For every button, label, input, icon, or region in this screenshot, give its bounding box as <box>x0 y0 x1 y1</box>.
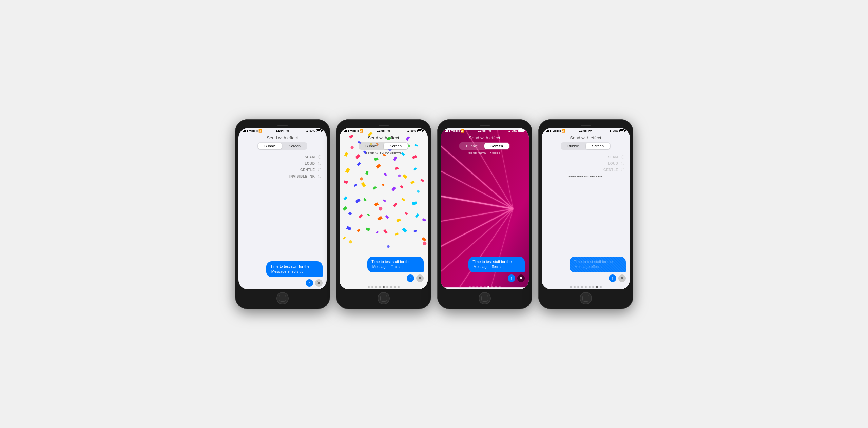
effect-header-2: Send with effect Bubble Screen <box>340 133 428 151</box>
status-bar-4: Visible 📶 12:55 PM ▲ 85% <box>542 128 630 133</box>
dot-8-3 <box>495 286 497 288</box>
dot-4-4 <box>581 286 583 288</box>
invisibleink-label-1: INVISIBLE INK <box>289 175 315 178</box>
speaker-1 <box>277 125 288 126</box>
cancel-button-1[interactable]: ✕ <box>315 279 323 287</box>
gentle-label-4: GENTLE <box>603 168 618 172</box>
invisibleink-dot-1[interactable] <box>318 175 321 178</box>
tab-bubble-1[interactable]: Bubble <box>258 143 282 149</box>
phone-2: Visible 📶 12:55 PM ▲ 86% Send with effec… <box>336 119 431 309</box>
slam-dot-4[interactable] <box>621 155 624 159</box>
phone-3: Visible 📶 12:55 PM ▲ 88% Send with effec… <box>437 119 532 309</box>
dot-4-3 <box>480 286 482 288</box>
status-right-4: ▲ 85% <box>609 129 626 133</box>
dot-9-4 <box>600 286 602 288</box>
message-4: Time to test stuff for the iMessage effe… <box>570 257 625 272</box>
send-button-4[interactable]: ↑ <box>609 274 616 282</box>
top-notch-1 <box>238 123 327 128</box>
top-notch-3 <box>441 123 529 128</box>
send-row-2: ↑ ✕ <box>344 274 424 282</box>
gentle-dot-4[interactable] <box>621 168 624 171</box>
top-notch-4 <box>542 123 630 128</box>
tab-switcher-3[interactable]: Bubble Screen <box>459 142 510 150</box>
chat-area-3: Time to test stuff for the iMessage effe… <box>441 156 529 285</box>
screen-4: Visible 📶 12:55 PM ▲ 85% Send with effec… <box>542 128 630 289</box>
dot-8-2 <box>394 286 396 288</box>
dot-3-3 <box>476 286 478 288</box>
tab-switcher-2[interactable]: Bubble Screen <box>359 142 408 150</box>
dot-6-3 <box>487 286 489 288</box>
phone-body-2: Visible 📶 12:55 PM ▲ 86% Send with effec… <box>336 119 431 309</box>
tab-bubble-3[interactable]: Bubble <box>460 143 484 149</box>
dot-1-2 <box>368 286 370 288</box>
home-button-inner-3 <box>481 295 488 302</box>
wifi-icon-4: 📶 <box>562 129 565 133</box>
status-bar-1: Visible 📶 12:54 PM ▲ 87% <box>238 128 327 133</box>
status-left-1: Visible 📶 <box>243 129 262 133</box>
cancel-button-4[interactable]: ✕ <box>618 274 626 282</box>
option-slam-4: SLAM <box>547 154 624 160</box>
send-button-2[interactable]: ↑ <box>407 274 414 282</box>
signal-2 <box>344 130 349 132</box>
dot-5-3 <box>484 286 486 288</box>
loud-dot-1[interactable] <box>318 162 321 165</box>
tab-switcher-4[interactable]: Bubble Screen <box>561 142 611 150</box>
battery-2 <box>417 129 424 132</box>
page-dots-3 <box>441 285 529 289</box>
bubble-list-4: SLAM LOUD GENTLE <box>542 151 630 175</box>
screen-3: Visible 📶 12:55 PM ▲ 88% Send with effec… <box>441 128 529 289</box>
tab-screen-1[interactable]: Screen <box>283 143 307 149</box>
status-right-1: ▲ 87% <box>306 129 323 133</box>
dot-2-4 <box>574 286 576 288</box>
status-left-4: Visible 📶 <box>546 129 565 133</box>
dot-4-2 <box>379 286 381 288</box>
carrier-3: Visible <box>451 129 460 133</box>
option-loud-4: LOUD <box>547 160 624 167</box>
tab-bubble-4[interactable]: Bubble <box>561 143 585 149</box>
home-button-1[interactable] <box>276 292 289 304</box>
tab-screen-4[interactable]: Screen <box>586 143 610 149</box>
effect-label-4: SEND WITH INVISIBLE INK <box>542 175 630 178</box>
time-3: 12:55 PM <box>478 129 491 133</box>
tab-bubble-2[interactable]: Bubble <box>359 143 383 149</box>
slam-label-4: SLAM <box>608 155 618 159</box>
phone-body-1: Visible 📶 12:54 PM ▲ 87% Send with effec… <box>235 119 330 309</box>
dot-5-2 <box>383 286 385 288</box>
tab-screen-3[interactable]: Screen <box>484 143 509 149</box>
dot-1-3 <box>469 286 471 288</box>
status-right-2: ▲ 86% <box>407 129 424 133</box>
home-button-inner-1 <box>279 295 286 302</box>
time-4: 12:55 PM <box>579 129 592 133</box>
cancel-button-2[interactable]: ✕ <box>416 274 424 282</box>
send-row-3: ↑ ✕ <box>445 274 525 282</box>
cancel-button-3[interactable]: ✕ <box>517 274 525 282</box>
chat-area-2: Time to test stuff for the iMessage effe… <box>340 156 428 285</box>
home-button-4[interactable] <box>580 292 592 304</box>
home-button-2[interactable] <box>378 292 390 304</box>
carrier-1: Visible <box>249 129 258 133</box>
dot-3-2 <box>375 286 377 288</box>
effect-title-4: Send with effect <box>542 135 630 140</box>
wifi-icon-3: 📶 <box>461 129 464 133</box>
dot-6-4 <box>589 286 591 288</box>
chat-area-1: Time to test stuff for the iMessage effe… <box>238 181 327 289</box>
option-slam-1: SLAM <box>244 154 321 160</box>
tab-switcher-1[interactable]: Bubble Screen <box>257 142 307 150</box>
battery-3 <box>518 129 525 132</box>
slam-label-1: SLAM <box>305 155 315 159</box>
gentle-dot-1[interactable] <box>318 168 321 171</box>
option-gentle-1: GENTLE <box>244 167 321 173</box>
loud-dot-4[interactable] <box>621 162 624 165</box>
wifi-icon-2: 📶 <box>360 129 363 133</box>
home-button-3[interactable] <box>479 292 491 304</box>
location-icon-3: ▲ <box>508 129 511 133</box>
send-button-3[interactable]: ↑ <box>508 274 515 282</box>
slam-dot-1[interactable] <box>318 155 321 159</box>
page-dots-2 <box>340 285 428 289</box>
option-invisibleink-1: INVISIBLE INK <box>244 173 321 180</box>
tab-screen-2[interactable]: Screen <box>384 143 408 149</box>
send-button-1[interactable]: ↑ <box>306 279 313 287</box>
battery-pct-1: 87% <box>309 129 315 133</box>
signal-4 <box>546 130 551 132</box>
dot-5-4 <box>585 286 587 288</box>
